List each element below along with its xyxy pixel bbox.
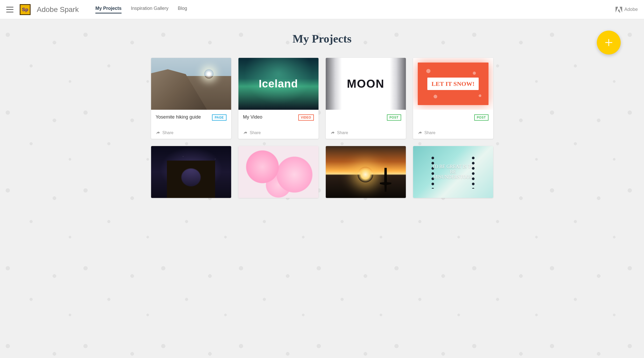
card-body: POST Share	[326, 110, 406, 139]
share-button[interactable]: Share	[156, 130, 227, 135]
adobe-label: Adobe	[624, 7, 638, 12]
share-button[interactable]: Share	[330, 130, 401, 135]
type-badge-post: POST	[474, 114, 489, 121]
project-card[interactable]	[326, 146, 406, 198]
card-body: POST Share	[413, 110, 493, 139]
share-label: Share	[337, 130, 348, 135]
share-label: Share	[250, 130, 261, 135]
share-button[interactable]: Share	[243, 130, 314, 135]
project-title: My Video	[243, 114, 298, 120]
app-header: Sp Adobe Spark My Projects Inspiration G…	[0, 0, 644, 19]
project-thumbnail: TO BE GREAT IS TO BE MISUNDERSTOOD	[413, 146, 493, 198]
project-title: Yosemite hiking guide	[156, 114, 212, 120]
project-card[interactable]: Iceland My Video VIDEO Share	[238, 58, 319, 139]
page-title: My Projects	[23, 32, 621, 45]
primary-nav: My Projects Inspiration Gallery Blog	[95, 6, 187, 13]
thumbnail-overlay-text: LET IT SNOW!	[427, 78, 479, 90]
project-card[interactable]: MOON POST Share	[326, 58, 406, 139]
adobe-brand-mark[interactable]: Adobe	[615, 7, 638, 12]
project-card[interactable]: LET IT SNOW! POST Share	[413, 58, 493, 139]
project-card[interactable]: Yosemite hiking guide PAGE Share	[151, 58, 231, 139]
thumbnail-overlay-text: TO BE GREAT IS TO BE MISUNDERSTOOD	[430, 154, 475, 190]
share-button[interactable]: Share	[418, 130, 489, 135]
project-thumbnail	[151, 146, 231, 198]
project-thumbnail	[326, 146, 406, 198]
adobe-logo-icon	[615, 7, 622, 12]
card-body: Yosemite hiking guide PAGE Share	[151, 110, 231, 139]
project-thumbnail	[238, 146, 319, 198]
project-thumbnail: MOON	[326, 58, 406, 110]
nav-blog[interactable]: Blog	[178, 6, 187, 13]
thumbnail-overlay-text: Iceland	[259, 78, 298, 90]
share-label: Share	[162, 130, 174, 135]
projects-grid: Yosemite hiking guide PAGE Share Iceland…	[151, 58, 493, 198]
thumbnail-overlay-text: MOON	[347, 77, 385, 90]
card-body: My Video VIDEO Share	[238, 110, 319, 139]
page-main: My Projects Yosemite hiking guide PAGE S…	[0, 19, 644, 358]
nav-my-projects[interactable]: My Projects	[95, 6, 122, 13]
share-icon	[418, 130, 422, 135]
project-card[interactable]	[151, 146, 231, 198]
share-icon	[243, 130, 248, 135]
type-badge-post: POST	[387, 114, 401, 121]
project-thumbnail	[151, 58, 231, 110]
share-label: Share	[424, 130, 436, 135]
plus-icon	[604, 38, 613, 47]
header-left-group: Sp Adobe Spark My Projects Inspiration G…	[6, 4, 187, 15]
project-thumbnail: LET IT SNOW!	[413, 58, 493, 110]
brand-name: Adobe Spark	[37, 5, 79, 14]
spark-logo[interactable]: Sp	[20, 4, 31, 15]
nav-inspiration-gallery[interactable]: Inspiration Gallery	[131, 6, 168, 13]
project-card[interactable]	[238, 146, 319, 198]
menu-icon[interactable]	[6, 7, 13, 12]
project-thumbnail: Iceland	[238, 58, 319, 110]
create-new-button[interactable]	[597, 31, 621, 54]
type-badge-video: VIDEO	[298, 114, 314, 121]
share-icon	[156, 130, 160, 135]
share-icon	[330, 130, 335, 135]
type-badge-page: PAGE	[212, 114, 226, 121]
project-card[interactable]: TO BE GREAT IS TO BE MISUNDERSTOOD	[413, 146, 493, 198]
